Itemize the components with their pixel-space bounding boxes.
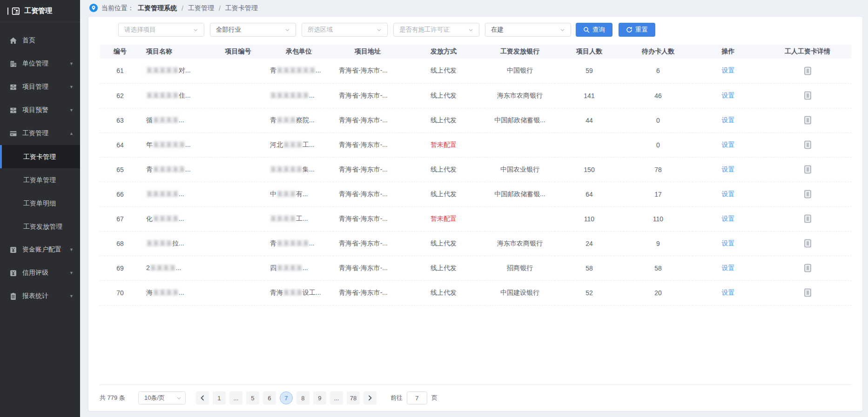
settings-link[interactable]: 设置 [722,116,735,124]
cabinet-icon [9,83,17,91]
table-row: 70海某某某某...青海某某某设工...青海省-海东市-...线上代发中国建设银… [100,280,851,305]
chevron-down-icon: ▼ [69,247,74,252]
project-filter-select[interactable]: 请选择项目 [118,23,204,37]
next-page-button[interactable] [363,391,377,404]
cell-people: 58 [555,256,624,280]
cell-action: 设置 [693,231,764,256]
chevron-down-icon [377,27,382,33]
column-header: 发放方式 [402,45,485,59]
cell-address: 青海省-海东市-... [333,132,402,157]
page-ellipsis[interactable]: ... [229,391,242,404]
sidebar-item-1[interactable]: 单位管理▼ [0,52,80,75]
sidebar-item-3[interactable]: 项目预警▼ [0,99,80,122]
prev-page-button[interactable] [196,391,209,404]
settings-link[interactable]: 设置 [722,239,735,247]
filter-select-value: 全部行业 [216,26,241,34]
cell-people: 64 [555,182,624,206]
region-filter-select[interactable]: 所选区域 [302,23,388,37]
page-ellipsis[interactable]: ... [330,391,343,404]
cell-method: 暂未配置 [402,132,485,157]
redacted-text: 某某某 [276,190,296,198]
cell-detail [764,157,851,182]
industry-filter-select[interactable]: 全部行业 [210,23,296,37]
redacted-text: 某某某某某 [146,190,179,198]
chevron-down-icon: ▼ [69,271,74,275]
cell-bank: 海东市农商银行 [485,231,555,256]
page-button-9[interactable]: 9 [313,391,326,404]
sidebar-item-4[interactable]: 工资管理▲ [0,122,80,145]
settings-link[interactable]: 设置 [722,141,735,148]
wage-card-detail-icon[interactable] [804,288,811,297]
page-button-1[interactable]: 1 [213,391,226,404]
wage-card-detail-icon[interactable] [804,165,811,174]
breadcrumb-label: 当前位置： [101,4,134,13]
cell-method: 线上代发 [402,256,485,280]
filter-select-value: 在建 [491,26,504,34]
breadcrumb-item[interactable]: 工资卡管理 [225,4,258,13]
page-button-8[interactable]: 8 [296,391,310,404]
sidebar-item-5[interactable]: 资金账户配置▼ [0,238,80,261]
wage-card-detail-icon[interactable] [804,190,811,199]
wage-card-detail-icon[interactable] [804,91,811,100]
cell-people: 141 [555,83,624,108]
search-button[interactable]: 查询 [576,23,612,37]
cell-bank: 海东市农商银行 [485,83,555,108]
cell-address: 青海省-海东市-... [333,206,402,231]
column-header: 项目名称 [141,45,212,59]
cell-bank: 中国银行 [485,59,555,83]
cell-address: 青海省-海东市-... [333,83,402,108]
settings-link[interactable]: 设置 [722,190,735,198]
wage-card-detail-icon[interactable] [804,116,811,125]
column-header: 项目地址 [333,45,402,59]
cell-contractor: 青海某某某设工... [264,280,333,305]
permit-filter-select[interactable]: 是否有施工许可证 [393,23,479,37]
refresh-icon [626,26,632,33]
redacted-text: 某某某某 [270,215,296,222]
goto-label: 前往 [390,394,403,402]
breadcrumb-root[interactable]: 工资管理系统 [138,4,177,13]
settings-link[interactable]: 设置 [722,264,735,271]
cell-project-name: 某某某某某对... [141,59,212,83]
settings-link[interactable]: 设置 [722,66,735,74]
cell-action: 设置 [693,206,764,231]
page-button-7[interactable]: 7 [280,391,293,404]
sidebar-subitem-2[interactable]: 工资单明细 [0,192,80,215]
settings-link[interactable]: 设置 [722,289,735,296]
redacted-text: 某某某某某 [270,165,303,173]
wage-card-detail-icon[interactable] [804,264,811,272]
settings-link[interactable]: 设置 [722,92,735,99]
sidebar-item-7[interactable]: 报表统计▼ [0,285,80,308]
cell-pending: 17 [624,182,693,206]
cell-method: 线上代发 [402,157,485,182]
wage-card-detail-icon[interactable] [804,140,811,149]
redacted-text: 某某某 [283,289,303,296]
page-size-select[interactable]: 10条/页 [138,391,186,404]
page-button-6[interactable]: 6 [263,391,276,404]
sidebar-item-2[interactable]: 项目管理▼ [0,75,80,99]
sidebar-subitem-1[interactable]: 工资单管理 [0,168,80,192]
cell-id: 68 [100,231,141,256]
sidebar-subitem-3[interactable]: 工资发放管理 [0,215,80,238]
cell-project-code [212,132,264,157]
settings-link[interactable]: 设置 [722,165,735,173]
chevron-down-icon: ▼ [69,294,74,298]
cell-contractor: 某某某某某集... [264,157,333,182]
sidebar-item-6[interactable]: 信用评级▼ [0,261,80,285]
settings-link[interactable]: 设置 [722,215,735,222]
wage-card-detail-icon[interactable] [804,239,811,248]
page-button-78[interactable]: 78 [347,391,360,404]
cell-action: 设置 [693,59,764,83]
reset-button[interactable]: 重置 [619,23,655,37]
cell-id: 65 [100,157,141,182]
goto-page-input[interactable] [407,391,427,404]
wage-card-detail-icon[interactable] [804,66,811,75]
breadcrumb-item[interactable]: 工资管理 [188,4,214,13]
sidebar-item-0[interactable]: 首页 [0,29,80,52]
cell-detail [764,132,851,157]
page-button-5[interactable]: 5 [246,391,259,404]
cell-pending: 78 [624,157,693,182]
status-filter-select[interactable]: 在建 [485,23,571,37]
sidebar-subitem-0[interactable]: 工资卡管理 [0,145,80,168]
chevron-down-icon [560,27,565,33]
wage-card-detail-icon[interactable] [804,214,811,223]
